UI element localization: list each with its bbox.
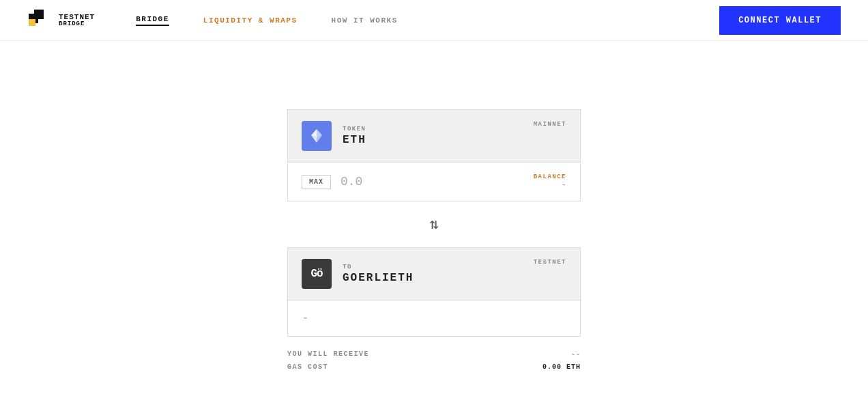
main-content: TOKEN ETH MAINNET MAX BALANCE - ⇅ Gö [0, 41, 868, 376]
svg-rect-2 [29, 19, 35, 26]
from-token-info: TOKEN ETH [343, 126, 366, 146]
gas-cost-label: GAS COST [287, 363, 328, 371]
to-token-header: Gö TO GOERLIETH TESTNET [288, 248, 580, 300]
eth-icon [302, 121, 332, 151]
swap-icon-row: ⇅ [287, 215, 581, 234]
to-network-badge: TESTNET [534, 259, 566, 266]
from-token-card: TOKEN ETH MAINNET [287, 109, 581, 163]
from-token-header: TOKEN ETH MAINNET [288, 110, 580, 162]
main-nav: BRIDGE LIQUIDITY & WRAPS HOW IT WORKS [136, 15, 719, 26]
svg-rect-1 [34, 10, 44, 19]
from-token-name: ETH [343, 134, 366, 146]
from-network-badge: MAINNET [534, 121, 566, 128]
bridge-widget: TOKEN ETH MAINNET MAX BALANCE - ⇅ Gö [287, 109, 581, 376]
logo-subtitle: BRIDGE [59, 21, 95, 28]
receive-value: - [302, 311, 309, 325]
nav-bridge[interactable]: BRIDGE [136, 15, 169, 26]
token-label: TOKEN [343, 126, 366, 133]
to-token-card: Gö TO GOERLIETH TESTNET [287, 247, 581, 301]
gas-cost-row: GAS COST 0.00 ETH [287, 363, 581, 371]
logo-icon [27, 8, 52, 33]
logo-title: TESTNET [59, 13, 95, 21]
you-will-receive-label: YOU WILL RECEIVE [287, 350, 369, 358]
you-will-receive-row: YOU WILL RECEIVE -- [287, 350, 581, 358]
nav-how-it-works[interactable]: HOW IT WORKS [332, 16, 398, 25]
logo-text: TESTNET BRIDGE [59, 13, 95, 28]
nav-liquidity[interactable]: LIQUIDITY & WRAPS [203, 16, 298, 25]
balance-label: BALANCE [534, 173, 566, 180]
to-token-info: TO GOERLIETH [343, 264, 414, 284]
to-direction-label: TO [343, 264, 414, 270]
receive-row: - [287, 301, 581, 337]
logo: TESTNET BRIDGE [27, 8, 95, 33]
amount-row: MAX BALANCE - [287, 163, 581, 201]
max-button[interactable]: MAX [302, 175, 331, 189]
balance-area: BALANCE - [534, 173, 566, 190]
you-will-receive-value: -- [571, 350, 581, 358]
connect-wallet-button[interactable]: CONNECT WALLET [719, 6, 841, 35]
swap-icon[interactable]: ⇅ [429, 215, 438, 234]
gas-cost-value: 0.00 ETH [542, 363, 581, 371]
amount-input[interactable] [341, 175, 534, 189]
balance-value: - [534, 180, 566, 190]
goerli-icon: Gö [302, 259, 332, 289]
to-token-name: GOERLIETH [343, 272, 414, 284]
